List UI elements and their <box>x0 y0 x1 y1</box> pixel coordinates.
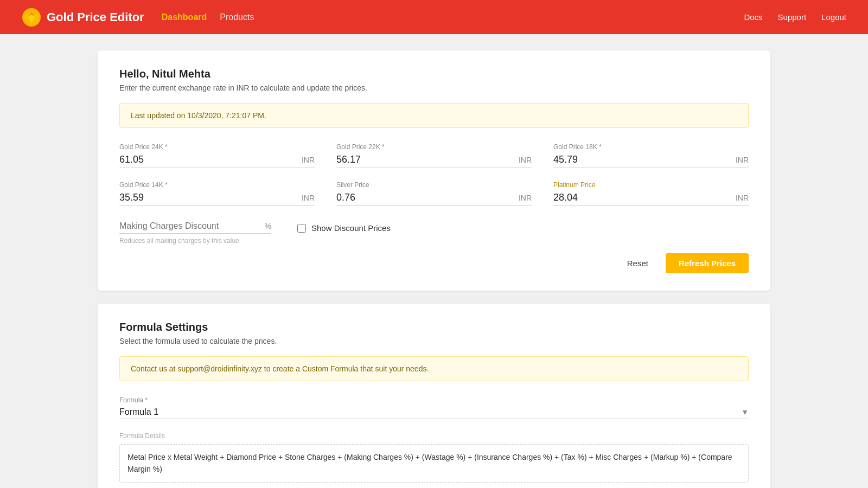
gold-14k-input[interactable] <box>119 192 297 203</box>
formula-title: Formula Settings <box>119 321 749 333</box>
last-updated-banner: Last updated on 10/3/2020, 7:21:07 PM. <box>119 103 749 128</box>
gold-22k-field: Gold Price 22K INR <box>336 143 532 168</box>
formula-details-text: Metal Price x Metal Weight + Diamond Pri… <box>119 444 749 483</box>
percent-symbol: % <box>265 222 271 230</box>
silver-price-currency: INR <box>519 194 532 202</box>
subtitle: Enter the current exchange rate in INR t… <box>119 84 749 92</box>
platinum-price-currency: INR <box>736 194 749 202</box>
page-content: Hello, Nitul Mehta Enter the current exc… <box>0 34 868 488</box>
platinum-price-input[interactable] <box>553 192 731 203</box>
gold-24k-input[interactable] <box>119 154 297 165</box>
brand-icon <box>22 8 41 27</box>
refresh-prices-button[interactable]: Refresh Prices <box>666 253 749 273</box>
show-discount-checkbox[interactable] <box>297 224 306 233</box>
brand-label: Gold Price Editor <box>47 10 144 24</box>
gold-14k-currency: INR <box>302 194 315 202</box>
reset-button[interactable]: Reset <box>618 254 657 272</box>
nav-support[interactable]: Support <box>778 12 807 22</box>
brand-logo[interactable]: Gold Price Editor <box>22 8 144 27</box>
silver-price-field: Silver Price INR <box>336 181 532 206</box>
formula-select-group: Formula Formula 1 Formula 2 Custom ▼ <box>119 396 749 419</box>
gold-24k-label: Gold Price 24K <box>119 143 315 151</box>
silver-price-input[interactable] <box>336 192 514 203</box>
gold-24k-field: Gold Price 24K INR <box>119 143 315 168</box>
gold-22k-label: Gold Price 22K <box>336 143 532 151</box>
discount-row: % Reduces all making charges by this val… <box>119 221 749 245</box>
nav-products[interactable]: Products <box>220 12 254 22</box>
discount-hint: Reduces all making charges by this value… <box>119 237 271 245</box>
formula-label: Formula <box>119 396 749 404</box>
gold-22k-currency: INR <box>519 156 532 164</box>
gold-14k-label: Gold Price 14K <box>119 181 315 189</box>
show-discount-label[interactable]: Show Discount Prices <box>297 223 391 233</box>
price-editor-card: Hello, Nitul Mehta Enter the current exc… <box>98 50 770 291</box>
making-charges-input[interactable] <box>119 221 265 231</box>
gold-18k-input[interactable] <box>553 154 731 165</box>
gold-14k-field: Gold Price 14K INR <box>119 181 315 206</box>
navbar: Gold Price Editor Dashboard Products Doc… <box>0 0 868 34</box>
making-charges-field: % Reduces all making charges by this val… <box>119 221 271 245</box>
silver-price-label: Silver Price <box>336 181 532 189</box>
greeting: Hello, Nitul Mehta <box>119 68 749 80</box>
gold-18k-field: Gold Price 18K INR <box>553 143 749 168</box>
formula-select[interactable]: Formula 1 Formula 2 Custom <box>119 407 741 416</box>
nav-links: Dashboard Products <box>162 12 727 22</box>
formula-details-group: Formula Details Metal Price x Metal Weig… <box>119 432 749 483</box>
platinum-price-label: Platinum Price <box>553 181 749 189</box>
nav-dashboard[interactable]: Dashboard <box>162 12 207 22</box>
price-grid: Gold Price 24K INR Gold Price 22K INR Go… <box>119 143 749 206</box>
formula-details-label: Formula Details <box>119 432 749 440</box>
formula-subtitle: Select the formula used to calculate the… <box>119 337 749 345</box>
nav-docs[interactable]: Docs <box>744 12 762 22</box>
formula-info-banner: Contact us at support@droidinfinity.xyz … <box>119 356 749 381</box>
gold-18k-label: Gold Price 18K <box>553 143 749 151</box>
action-row: Reset Refresh Prices <box>119 253 749 273</box>
gold-24k-currency: INR <box>302 156 315 164</box>
gold-22k-input[interactable] <box>336 154 514 165</box>
gold-18k-currency: INR <box>736 156 749 164</box>
select-arrow-icon: ▼ <box>741 408 749 416</box>
nav-logout[interactable]: Logout <box>821 12 846 22</box>
platinum-price-field: Platinum Price INR <box>553 181 749 206</box>
formula-settings-card: Formula Settings Select the formula used… <box>98 304 770 488</box>
show-discount-text: Show Discount Prices <box>311 223 391 233</box>
nav-right: Docs Support Logout <box>744 12 846 22</box>
